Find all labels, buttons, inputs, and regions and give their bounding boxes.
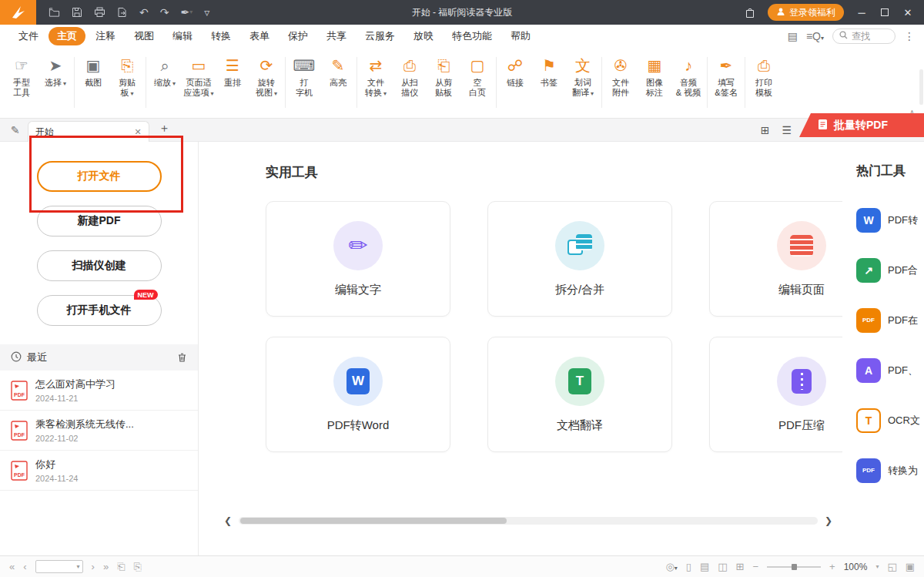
batch-convert-pdf-button[interactable]: 批量转PDF: [799, 113, 924, 137]
ribbon-tool[interactable]: ⎘剪贴板 ▾: [110, 54, 144, 100]
ribbon-tool[interactable]: ☰重排: [216, 54, 249, 89]
minimize-button[interactable]: ─: [856, 7, 867, 18]
tab-list-icon[interactable]: ☰: [782, 124, 792, 136]
recent-file-item[interactable]: PDF怎么面对高中学习2024-11-21: [0, 371, 198, 411]
scroll-left-icon[interactable]: ❮: [224, 515, 232, 526]
next-view-icon[interactable]: ⎘: [134, 561, 142, 573]
hot-tool-item[interactable]: WPDF转: [856, 195, 924, 245]
zoom-slider[interactable]: [767, 566, 821, 568]
sidebar-button[interactable]: 打开文件: [37, 161, 162, 192]
ribbon-tool[interactable]: ▢空白页: [460, 54, 494, 99]
login-button[interactable]: 登录领福利: [768, 4, 844, 21]
hot-tool-item[interactable]: PDF转换为: [856, 445, 924, 495]
menu-item[interactable]: 编辑: [164, 27, 201, 45]
ribbon-tool[interactable]: ✇文件附件: [604, 54, 638, 99]
open-folder-icon[interactable]: [49, 7, 60, 18]
scroll-right-icon[interactable]: ❯: [825, 515, 832, 526]
find-options-icon[interactable]: ≡Q▾: [806, 30, 824, 42]
ribbon-tool[interactable]: ⌕缩放 ▾: [148, 54, 182, 90]
menu-item[interactable]: 云服务: [357, 27, 403, 45]
hot-tool-item[interactable]: TOCR文: [856, 395, 924, 445]
single-page-icon[interactable]: ▯: [686, 561, 691, 572]
zoom-in-icon[interactable]: +: [829, 561, 835, 572]
stamp-icon[interactable]: ✒▾: [180, 6, 192, 18]
grid-view-icon[interactable]: ⊞: [761, 124, 770, 136]
ribbon-tool[interactable]: ☍链接: [498, 54, 532, 89]
ribbon-tool[interactable]: ▣截图: [76, 54, 110, 89]
hot-tool-item[interactable]: PDFPDF在: [856, 295, 924, 345]
ribbon-tool[interactable]: ✒填写&签名: [709, 54, 743, 99]
new-tab-button[interactable]: ＋: [159, 121, 170, 136]
trash-icon[interactable]: [177, 352, 187, 363]
tab-close-icon[interactable]: ✕: [135, 127, 142, 137]
zoom-slider-thumb[interactable]: [792, 564, 797, 570]
save-icon[interactable]: [72, 7, 82, 18]
tool-card[interactable]: PDF压缩: [709, 337, 842, 452]
store-bag-icon[interactable]: [745, 7, 755, 18]
ribbon-tool[interactable]: ▭页面适应选项 ▾: [182, 54, 216, 100]
search-input[interactable]: 查找: [832, 29, 896, 44]
ribbon-tool[interactable]: ⎙打印模板: [747, 54, 781, 99]
fit-screen-icon[interactable]: ▣: [906, 561, 915, 572]
grid-page-icon[interactable]: ⊞: [736, 561, 745, 572]
hot-tool-item[interactable]: ↗PDF合: [856, 245, 924, 295]
page-number-input[interactable]: ▾: [35, 560, 83, 573]
last-page-icon[interactable]: »: [103, 561, 109, 572]
print-icon[interactable]: [94, 7, 105, 18]
menu-item[interactable]: 保护: [280, 27, 316, 45]
ribbon-tool[interactable]: ♪音频& 视频: [671, 54, 705, 99]
ribbon-tool[interactable]: ⎙从扫描仪: [393, 54, 427, 99]
sidebar-button[interactable]: 扫描仪创建: [37, 250, 162, 281]
next-page-icon[interactable]: ›: [92, 561, 95, 572]
recent-file-item[interactable]: PDF你好2024-11-24: [0, 451, 198, 491]
undo-icon[interactable]: ↶: [139, 6, 149, 18]
ribbon-tool[interactable]: ▦图像标注: [638, 54, 671, 99]
menu-item[interactable]: 主页: [49, 27, 85, 45]
facing-page-icon[interactable]: ◫: [718, 561, 727, 572]
ribbon-tool[interactable]: ☞手型工具: [5, 54, 38, 99]
recent-file-item[interactable]: PDF乘客检测系统无线传...2022-11-02: [0, 411, 198, 451]
zoom-out-icon[interactable]: −: [753, 561, 759, 572]
tool-card[interactable]: 拆分/合并: [487, 201, 672, 317]
ribbon-tool[interactable]: ⌨打字机: [287, 54, 321, 99]
menu-item[interactable]: 视图: [126, 27, 162, 45]
tab-start[interactable]: 开始 ✕: [28, 121, 149, 142]
more-options-icon[interactable]: ⋮: [904, 30, 915, 42]
prev-view-icon[interactable]: ⎗: [117, 561, 125, 573]
ribbon-scrollbar[interactable]: [919, 69, 923, 105]
ribbon-tool[interactable]: ⚑书签: [532, 54, 566, 89]
prev-page-icon[interactable]: ‹: [23, 561, 26, 572]
maximize-button[interactable]: [879, 7, 890, 18]
ribbon-tool[interactable]: 文划词翻译 ▾: [566, 54, 600, 100]
ribbon-tool[interactable]: ⇄文件转换 ▾: [359, 54, 393, 100]
continuous-page-icon[interactable]: ▤: [700, 561, 709, 572]
hot-tool-item[interactable]: APDF、: [856, 345, 924, 395]
ribbon-tool[interactable]: ✎高亮: [321, 54, 355, 89]
reading-mode-icon[interactable]: ▤: [788, 30, 798, 42]
menu-item[interactable]: 帮助: [502, 27, 539, 45]
menu-item[interactable]: 共享: [318, 27, 355, 45]
ribbon-tool[interactable]: ⎗从剪贴板: [427, 54, 460, 99]
sidebar-button[interactable]: 打开手机文件NEW: [37, 295, 162, 326]
sidebar-button[interactable]: 新建PDF: [37, 206, 162, 237]
export-icon[interactable]: [117, 7, 128, 18]
menu-item[interactable]: 放映: [405, 27, 442, 45]
fullscreen-icon[interactable]: ◱: [887, 561, 896, 572]
menu-item[interactable]: 表单: [241, 27, 278, 45]
menu-item[interactable]: 注释: [87, 27, 124, 45]
menu-item[interactable]: 转换: [203, 27, 239, 45]
ribbon-tool[interactable]: ⟳旋转视图 ▾: [249, 54, 283, 100]
chevron-down-icon[interactable]: ▾: [875, 563, 879, 570]
tool-card[interactable]: ✏编辑文字: [266, 201, 450, 317]
first-page-icon[interactable]: «: [9, 561, 15, 572]
scrollbar-thumb[interactable]: [240, 518, 507, 524]
ribbon-tool[interactable]: ➤选择 ▾: [38, 54, 72, 90]
close-button[interactable]: ✕: [902, 7, 913, 18]
edit-pencil-icon[interactable]: ✎: [11, 124, 20, 136]
menu-item[interactable]: 特色功能: [444, 27, 500, 45]
tool-card[interactable]: T文档翻译: [487, 337, 672, 452]
toolbar-customize-icon[interactable]: ▿: [204, 6, 209, 18]
scrollbar-track[interactable]: [239, 517, 818, 525]
menu-item[interactable]: 文件: [10, 27, 47, 45]
redo-icon[interactable]: ↷: [160, 6, 169, 18]
